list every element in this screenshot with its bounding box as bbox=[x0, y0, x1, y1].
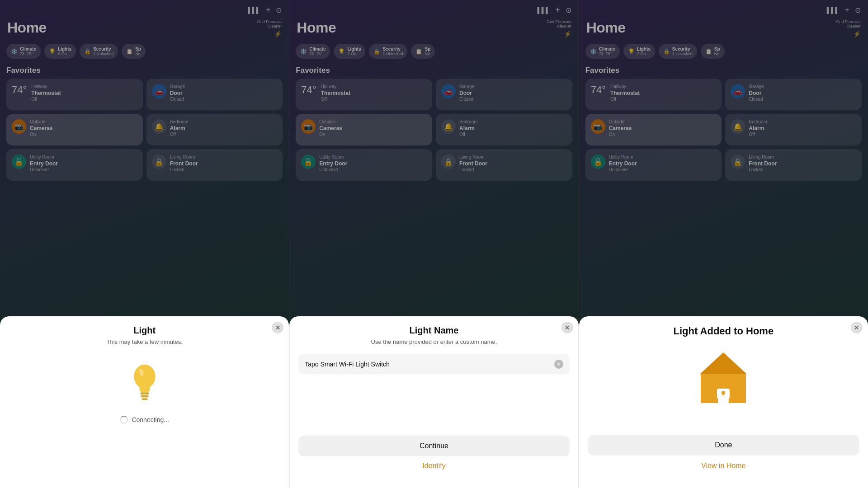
light-name-input[interactable] bbox=[305, 361, 550, 368]
modal-subtitle: This may take a few minutes. bbox=[106, 338, 182, 345]
home-icon bbox=[696, 349, 750, 408]
modal-close-button[interactable]: ✕ bbox=[272, 322, 283, 333]
svg-rect-10 bbox=[722, 393, 724, 395]
modal-close-button[interactable]: ✕ bbox=[561, 322, 573, 333]
view-in-home-button[interactable]: View in Home bbox=[701, 462, 745, 470]
svg-rect-1 bbox=[140, 392, 149, 394]
svg-point-0 bbox=[134, 365, 155, 389]
continue-button[interactable]: Continue bbox=[298, 436, 569, 456]
modal-overlay: ✕LightThis may take a few minutes. Conne… bbox=[0, 0, 289, 488]
light-name-input-wrapper: ✕ bbox=[298, 354, 569, 374]
modal-overlay: ✕Light NameUse the name provided or ente… bbox=[289, 0, 578, 488]
connecting-text: Connecting... bbox=[132, 416, 169, 423]
phone-panel-panel-1: ▌▌▌ + ⊙ HomeGrid ForecastCleaner⚡ ❄️ Cli… bbox=[0, 0, 289, 488]
modal-overlay: ✕Light Added to Home DoneView in Home bbox=[579, 0, 868, 488]
svg-marker-6 bbox=[700, 352, 747, 374]
phone-panel-panel-2: ▌▌▌ + ⊙ HomeGrid ForecastCleaner⚡ ❄️ Cli… bbox=[289, 0, 579, 488]
identify-button[interactable]: Identify bbox=[422, 462, 446, 470]
input-clear-button[interactable]: ✕ bbox=[554, 360, 563, 369]
done-button[interactable]: Done bbox=[588, 435, 859, 455]
modal-title: Light Added to Home bbox=[674, 325, 774, 337]
phone-panel-panel-3: ▌▌▌ + ⊙ HomeGrid ForecastCleaner⚡ ❄️ Cli… bbox=[579, 0, 868, 488]
light-added-modal: ✕Light Added to Home DoneView in Home bbox=[579, 316, 868, 488]
light-name-modal: ✕Light NameUse the name provided or ente… bbox=[289, 316, 578, 488]
loading-spinner bbox=[120, 416, 128, 424]
modal-title: Light bbox=[133, 325, 156, 336]
svg-rect-3 bbox=[142, 398, 147, 400]
svg-rect-2 bbox=[141, 395, 148, 398]
modal-title: Light Name bbox=[410, 325, 459, 336]
connecting-modal: ✕LightThis may take a few minutes. Conne… bbox=[0, 316, 289, 488]
modal-close-button[interactable]: ✕ bbox=[851, 322, 863, 333]
light-bulb-icon bbox=[127, 361, 163, 402]
connecting-status: Connecting... bbox=[120, 416, 169, 424]
modal-subtitle: Use the name provided or enter a custom … bbox=[371, 338, 497, 345]
